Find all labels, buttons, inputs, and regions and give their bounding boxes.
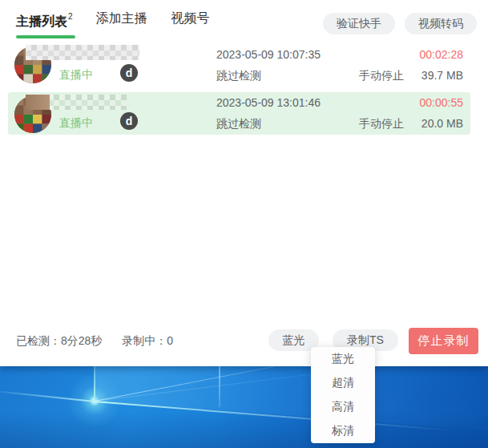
file-size: 20.0 MB <box>421 117 463 130</box>
desktop-wallpaper <box>0 366 488 448</box>
quality-option-standard[interactable]: 标清 <box>311 419 375 443</box>
tab-video-channel-label: 视频号 <box>171 11 210 25</box>
wallpaper-vertical-edge <box>94 366 95 401</box>
wallpaper-sill-edge-left <box>1 390 95 402</box>
detected-time-text: 已检测：8分28秒 <box>16 334 102 349</box>
wallpaper-vertical-edge-2 <box>219 366 220 407</box>
screen: 主播列表2 添加主播 视频号 验证快手 视频转码 <box>0 0 488 448</box>
live-status: 直播中 <box>59 68 93 83</box>
tab-add-streamer-label: 添加主播 <box>96 11 147 25</box>
streamer-row-selected[interactable]: 直播中 d 2023-05-09 13:01:46 00:00:55 跳过检测 … <box>8 92 470 135</box>
detect-mode: 跳过检测 <box>216 117 261 131</box>
tab-streamer-list[interactable]: 主播列表2 <box>16 10 72 38</box>
streamer-list: 直播中 d 2023-05-09 10:07:35 00:02:28 跳过检测 … <box>8 42 470 139</box>
tab-streamer-list-label: 主播列表 <box>16 14 67 28</box>
tab-video-channel[interactable]: 视频号 <box>171 10 210 35</box>
status-bar: 已检测：8分28秒 录制中：0 <box>16 334 173 349</box>
streamer-name-redacted <box>26 45 139 60</box>
verify-kuaishou-button[interactable]: 验证快手 <box>323 13 395 34</box>
active-tab-underline <box>16 35 75 38</box>
video-transcode-button[interactable]: 视频转码 <box>405 13 477 34</box>
wallpaper-window-pane <box>0 366 488 448</box>
header-buttons: 验证快手 视频转码 <box>323 13 477 34</box>
stop-mode: 手动停止 <box>359 69 404 83</box>
stop-recording-button[interactable]: 停止录制 <box>409 328 478 354</box>
platform-badge-icon: d <box>120 112 138 130</box>
tab-add-streamer[interactable]: 添加主播 <box>96 10 147 35</box>
quality-option-bluray[interactable]: 蓝光 <box>311 347 375 371</box>
stop-mode: 手动停止 <box>359 117 404 131</box>
quality-dropdown-menu: 蓝光 超清 高清 标清 <box>311 347 375 443</box>
start-time: 2023-05-09 13:01:46 <box>216 96 321 109</box>
streamer-name-redacted <box>26 95 127 110</box>
streamer-row[interactable]: 直播中 d 2023-05-09 10:07:35 00:02:28 跳过检测 … <box>8 42 470 87</box>
tab-bar: 主播列表2 添加主播 视频号 <box>16 10 210 38</box>
quality-option-high[interactable]: 高清 <box>311 395 375 419</box>
detect-mode: 跳过检测 <box>216 69 261 83</box>
platform-badge-icon: d <box>120 64 138 82</box>
record-duration: 00:00:55 <box>420 96 464 109</box>
app-window: 主播列表2 添加主播 视频号 验证快手 视频转码 <box>0 0 488 366</box>
record-duration: 00:02:28 <box>420 48 464 61</box>
quality-option-ultra[interactable]: 超清 <box>311 371 375 395</box>
tab-streamer-list-badge: 2 <box>68 12 73 21</box>
start-time: 2023-05-09 10:07:35 <box>216 48 321 61</box>
recording-count-text: 录制中：0 <box>122 334 173 349</box>
file-size: 39.7 MB <box>421 69 463 82</box>
live-status: 直播中 <box>59 116 93 131</box>
